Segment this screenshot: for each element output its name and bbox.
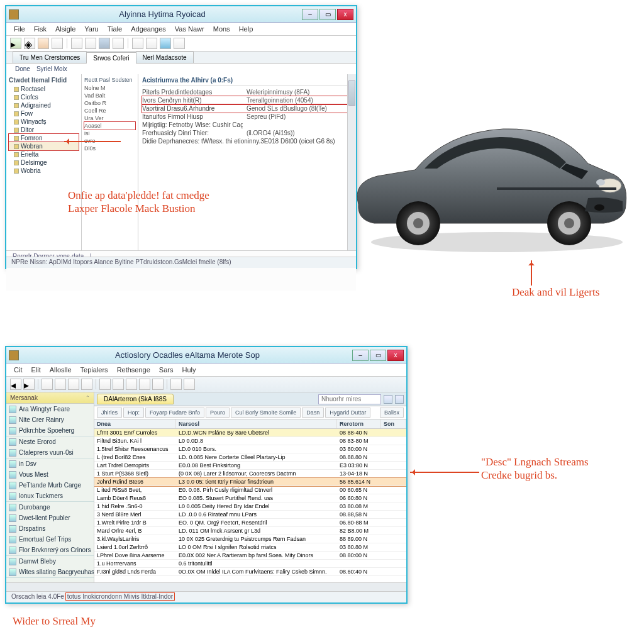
document-tab-active[interactable]: DAlArterron (SkA Iß8S <box>97 394 174 404</box>
sidebar-item[interactable]: Pdkn:hbe Spoeherg <box>6 425 94 436</box>
sidebar-item[interactable]: PeTtande Murb Carge <box>6 480 94 491</box>
menu-rethsenge[interactable]: Rethsenge <box>113 365 154 375</box>
menu-huly[interactable]: Huly <box>178 365 199 375</box>
table-row[interactable]: L (tred Borl82 EnesLD. 0.085 Nere Corter… <box>94 453 406 462</box>
minimize-button[interactable]: – <box>302 9 318 20</box>
midcol-line[interactable]: Nolne M <box>84 84 135 92</box>
tool-icon[interactable] <box>184 379 195 390</box>
filter-seg[interactable]: Hygarid Duttar <box>325 408 370 418</box>
menu-vasnawr[interactable]: Vas Nawr <box>171 24 208 34</box>
sidepanel-group-header[interactable]: Mersanak⌃ <box>6 392 94 404</box>
tree-node[interactable]: Fow <box>9 109 79 118</box>
menu-adgeanges[interactable]: Adgeanges <box>127 24 170 34</box>
search-icon[interactable] <box>384 395 392 404</box>
filter-seg[interactable]: Pouro <box>206 408 230 418</box>
midcol-line-highlighted[interactable]: Aoasel <box>84 122 135 130</box>
midcol-line[interactable]: Vad Balt <box>84 92 135 99</box>
tree-node[interactable]: Wobria <box>9 167 79 175</box>
filter-icon[interactable] <box>395 395 404 404</box>
table-row[interactable]: 3.kl.WaylsLarilris10 0X 025 Greterdnig t… <box>94 535 406 543</box>
tool-icon-5[interactable] <box>71 38 82 49</box>
tool-icon[interactable] <box>152 379 164 390</box>
subbar-syriel[interactable]: Syriel Moix <box>36 65 67 72</box>
search-input[interactable] <box>318 394 381 404</box>
sidebar-item[interactable]: Wites sllating Bacgryeuhasy <box>6 567 94 577</box>
sidebar-item[interactable]: Ara Wingtyr Feare <box>6 404 94 414</box>
minimize-button[interactable]: – <box>352 350 369 361</box>
nav-fwd-icon[interactable]: ◈ <box>24 38 35 49</box>
menu-cit[interactable]: Cit <box>10 365 26 375</box>
table-row[interactable]: F.I3nl gld8d Lnds Ferda0O.0X OM Inldel I… <box>94 568 406 576</box>
tree-node[interactable]: Ciofcs <box>9 93 79 101</box>
col-narsosl[interactable]: Narsosl <box>176 419 337 428</box>
tool-icon[interactable] <box>113 379 124 390</box>
tree-node[interactable]: Roctasel <box>9 85 79 93</box>
tool-icon-11[interactable] <box>160 38 171 49</box>
maximize-button[interactable]: ▭ <box>319 9 336 20</box>
sidebar-item[interactable]: Emortual Gef Trips <box>6 534 94 545</box>
nav-back-icon[interactable]: ◂ <box>10 379 21 390</box>
tool-icon[interactable] <box>68 379 79 390</box>
sidebar-item[interactable]: Vous Mest <box>6 469 94 480</box>
filter-seg[interactable]: Balisx <box>380 408 404 418</box>
titlebar[interactable]: Actioslory Ocadles eAltama Merote Sop – … <box>6 347 406 364</box>
menu-tepialers[interactable]: Tepialers <box>77 365 112 375</box>
table-row[interactable]: Lamb Döer4 Reus8EO 0.085. Stusert Purtit… <box>94 494 406 502</box>
tool-icon[interactable] <box>139 379 150 390</box>
sidebar-item[interactable]: Ctaleprers vuun-0si <box>6 447 94 458</box>
close-button[interactable]: x <box>387 350 404 361</box>
menu-alsigle[interactable]: Alsigle <box>52 24 79 34</box>
sidebar-item[interactable]: Dwet-llent Ppubler <box>6 513 94 523</box>
menu-fisk[interactable]: Fisk <box>30 24 50 34</box>
menu-yaru[interactable]: Yaru <box>80 24 102 34</box>
nav-fwd-icon[interactable]: ▸ <box>23 379 35 390</box>
midcol-line[interactable]: Ositbo R <box>84 99 135 107</box>
menu-alloslle[interactable]: Alloslle <box>46 365 75 375</box>
sidebar-item[interactable]: in Dsv <box>6 458 94 469</box>
midcol-line[interactable]: Ura Ver <box>84 114 135 122</box>
col-dnea[interactable]: Dnea <box>94 419 176 428</box>
tree-node[interactable]: Adigrained <box>9 101 79 109</box>
menu-sars[interactable]: Sars <box>155 365 177 375</box>
menu-file[interactable]: File <box>10 24 29 34</box>
filter-seg[interactable]: Hop: <box>123 408 144 418</box>
tool-icon[interactable] <box>170 379 182 390</box>
tool-icon-6[interactable] <box>85 38 96 49</box>
tool-icon-12[interactable] <box>174 38 185 49</box>
table-row[interactable]: Lsierd 1.0orl ZerltrrðLO 0 OM Rrsi I slg… <box>94 543 406 552</box>
tool-icon-9[interactable] <box>132 38 143 49</box>
midcol-line[interactable]: Dl0s <box>84 145 135 152</box>
tool-icon[interactable] <box>126 379 137 390</box>
tab-srwos-coferi[interactable]: Srwos Coferi <box>86 52 136 64</box>
sidebar-item[interactable]: Durobange <box>6 502 94 513</box>
maximize-button[interactable]: ▭ <box>370 350 386 361</box>
tool-icon[interactable] <box>55 379 66 390</box>
filter-seg[interactable]: Jhirles <box>97 408 122 418</box>
sidebar-item[interactable]: Flor Brvknrerý ors Crinors <box>6 545 94 555</box>
tab-madacsote[interactable]: Nerl Madacsote <box>136 52 194 63</box>
midcol-line[interactable]: isi <box>84 130 135 137</box>
titlebar[interactable]: Alyinna Hytima Ryoicad – ▭ x <box>6 6 356 23</box>
tool-icon[interactable] <box>42 379 53 390</box>
table-row[interactable]: 1.Wrelt Pirlre 1rdr BEO. 0 QM. Orgý Feet… <box>94 519 406 527</box>
tool-icon-10[interactable] <box>146 38 157 49</box>
tree-node[interactable]: Delsimge <box>9 158 79 167</box>
filter-seg[interactable]: Foyarp Fudare Bnfo <box>145 408 204 418</box>
table-row[interactable]: 1 hid Relre .Sn6-0L0 0.005 Deity Hered B… <box>94 502 406 511</box>
sidebar-item[interactable]: Nite Crer Rainry <box>6 414 94 425</box>
nav-back-icon[interactable]: ▸ <box>10 38 21 49</box>
subbar-done[interactable]: Done <box>15 65 30 72</box>
table-row[interactable]: Lart Trdrel DerropirtsE0.0.08 Best Finks… <box>94 462 406 470</box>
print-icon[interactable] <box>99 38 110 49</box>
tool-icon[interactable] <box>81 379 92 390</box>
scrollbar-horizontal[interactable] <box>6 582 406 591</box>
table-row[interactable]: Mard Orlre 4erl, BLD. 011 OM lmck Asrsen… <box>94 527 406 535</box>
close-button[interactable]: x <box>337 9 353 20</box>
tool-icon-8[interactable] <box>113 38 124 49</box>
table-row[interactable]: L ited RiSs8 Bvet,E0. 0.08. Pirh Cusly r… <box>94 486 406 494</box>
table-row[interactable]: 1 Sturt P(S368 Sietl)(0 0X 08) Larer 2 l… <box>94 470 406 478</box>
filter-seg[interactable]: Cul Borly Smoite Somile <box>231 408 301 418</box>
filter-seg[interactable]: Dasn <box>302 408 324 418</box>
table-row[interactable]: Johrd Rdind Btes6L3 0.0 05: tient Ittriy… <box>94 478 406 486</box>
sidebar-item[interactable]: Neste Erorod <box>6 436 94 447</box>
